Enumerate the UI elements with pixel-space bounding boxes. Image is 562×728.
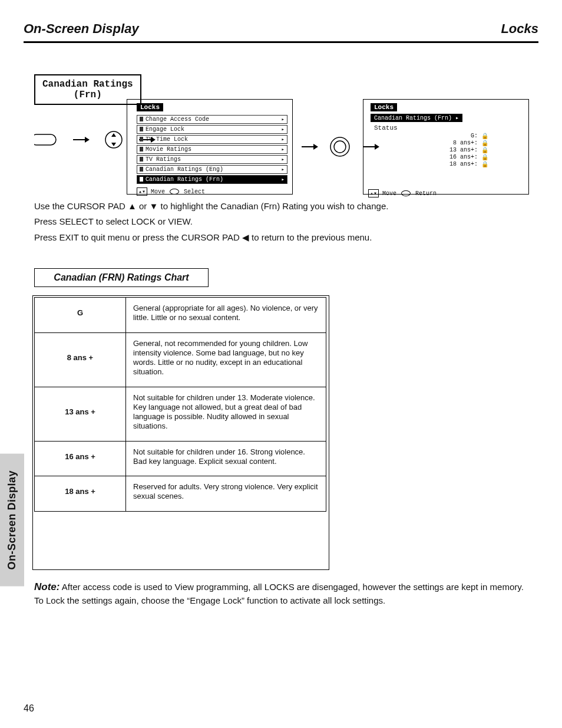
arrow-right-icon <box>300 142 318 151</box>
page-number: 46 <box>24 703 34 714</box>
note-body: After access code is used to View progra… <box>34 582 524 605</box>
status-row: 18 ans+:🔒 <box>371 161 524 168</box>
header-left: On-Screen Display <box>24 21 139 37</box>
status-row: 16 ans+:🔒 <box>371 154 524 161</box>
status-row: 13 ans+:🔒 <box>371 147 524 154</box>
osd-menu-item[interactable]: Movie Ratings▸ <box>137 145 287 154</box>
osd-menu-item[interactable]: TV Time Lock▸ <box>137 135 287 144</box>
status-label: Status <box>374 124 524 131</box>
svg-point-10 <box>334 141 346 153</box>
instr-line3-post: to return to the previous menu. <box>252 232 372 242</box>
svg-marker-4 <box>111 143 116 146</box>
table-row: 13 ans + Not suitable for children under… <box>35 387 326 441</box>
cursor-left-icon: ◀ <box>242 232 249 243</box>
osd-hint: ▴▾ Move Return <box>368 189 437 197</box>
instr-line1-pre: Use the CURSOR PAD <box>34 201 128 211</box>
svg-marker-3 <box>111 133 116 137</box>
rating-desc: General, not recommended for young child… <box>126 332 326 387</box>
osd-menu-item[interactable]: Canadian Ratings (Eng)▸ <box>137 165 287 174</box>
osd-menu-item[interactable]: Engage Lock▸ <box>137 125 287 134</box>
side-tab: On-Screen Display <box>0 454 24 587</box>
table-row: 16 ans + Not suitable for children under… <box>35 441 326 476</box>
osd-subtitle: Canadian Ratings (Frn) ▸ <box>371 114 462 122</box>
lock-icon: 🔒 <box>481 133 488 140</box>
osd-menu-list: Change Access Code▸ Engage Lock▸ TV Time… <box>137 115 287 184</box>
header-right: Locks <box>501 21 538 37</box>
osd-screen-locks-menu: Locks Change Access Code▸ Engage Lock▸ T… <box>127 99 293 195</box>
note: Note: After access code is used to View … <box>34 580 527 607</box>
osd-title: Locks <box>137 103 163 111</box>
rating-code: 8 ans + <box>35 332 126 387</box>
table-row: G General (appropriate for all ages). No… <box>35 298 326 333</box>
rating-desc: Reserved for adults. Very strong violenc… <box>126 476 326 512</box>
osd-menu-item[interactable]: TV Ratings▸ <box>137 155 287 164</box>
svg-marker-1 <box>85 137 90 143</box>
header-rule <box>24 41 538 43</box>
osd-hint: ▴▾ Move Select <box>137 187 287 196</box>
table-row: 18 ans + Reserved for adults. Very stron… <box>35 476 326 512</box>
osd-menu-item[interactable]: Change Access Code▸ <box>137 115 287 124</box>
lock-icon: 🔒 <box>481 161 488 168</box>
rating-code: G <box>35 298 126 333</box>
table-row: 8 ans + General, not recommended for you… <box>35 332 326 387</box>
chart-title: Canadian (FRN) Ratings Chart <box>34 268 209 287</box>
page-header: On-Screen Display Locks <box>24 21 538 37</box>
svg-point-9 <box>330 137 349 156</box>
lock-icon: 🔒 <box>481 154 488 161</box>
cursor-up-icon: ▲ <box>128 200 137 212</box>
rating-code: 16 ans + <box>35 441 126 476</box>
rating-code: 18 ans + <box>35 476 126 512</box>
note-head: Note: <box>34 581 59 592</box>
cursor-pad-icon <box>104 130 124 150</box>
section-badge: Canadian Ratings (Frn) <box>34 74 141 105</box>
status-row: 8 ans+:🔒 <box>371 140 524 147</box>
cursor-down-icon: ▼ <box>149 200 158 212</box>
rating-desc: Not suitable for children under 13. Mode… <box>126 387 326 441</box>
osd-menu-item-selected[interactable]: Canadian Ratings (Frn)▸ <box>137 175 287 184</box>
lock-icon: 🔒 <box>481 147 488 154</box>
svg-marker-8 <box>313 144 318 150</box>
rating-desc: General (appropriate for all ages). No v… <box>126 298 326 333</box>
status-row: G:🔒 <box>371 133 524 140</box>
lock-icon: 🔒 <box>481 140 488 147</box>
osd-screen-canadian-frn: Locks Canadian Ratings (Frn) ▸ Status G:… <box>363 99 529 195</box>
select-button-icon <box>329 136 351 158</box>
ratings-table: G General (appropriate for all ages). No… <box>34 297 326 512</box>
instr-line3-pre: Press EXIT to quit menu or press the CUR… <box>34 232 242 242</box>
rating-code: 13 ans + <box>35 387 126 441</box>
instr-line1-post: to highlight the Canadian (Frn) Rating y… <box>161 201 389 211</box>
osd-title: Locks <box>371 103 397 111</box>
menu-button-icon <box>34 132 58 147</box>
instr-line2: Press SELECT to select LOCK or VIEW. <box>34 216 538 228</box>
instructions: Use the CURSOR PAD ▲ or ▼ to highlight t… <box>34 200 538 247</box>
arrow-right-icon <box>72 135 90 144</box>
rating-desc: Not suitable for children under 16. Stro… <box>126 441 326 476</box>
